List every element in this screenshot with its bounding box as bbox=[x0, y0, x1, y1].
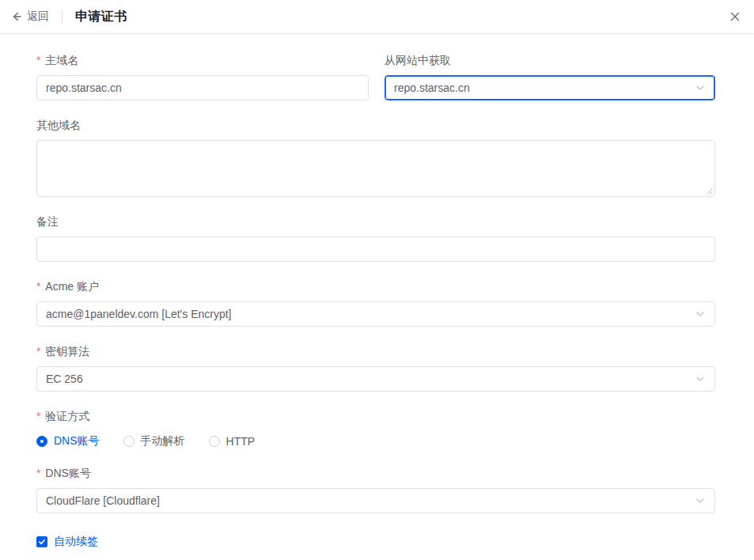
form-item-dns-account: DNS账号 CloudFlare [Cloudflare] bbox=[36, 465, 715, 513]
chevron-down-icon bbox=[695, 373, 706, 384]
chevron-down-icon bbox=[695, 82, 706, 93]
arrow-left-icon bbox=[9, 10, 22, 23]
primary-domain-input[interactable]: repo.starsac.cn bbox=[36, 75, 369, 100]
radio-icon bbox=[209, 436, 220, 447]
radio-http[interactable]: HTTP bbox=[209, 435, 256, 448]
form-item-remark: 备注 bbox=[36, 214, 715, 262]
page-title: 申请证书 bbox=[75, 9, 127, 25]
acme-account-label: Acme 账户 bbox=[36, 278, 715, 294]
acme-account-value: acme@1paneldev.com [Let's Encrypt] bbox=[46, 302, 232, 326]
dns-account-label: DNS账号 bbox=[36, 465, 715, 481]
key-algorithm-label: 密钥算法 bbox=[36, 343, 715, 359]
radio-dns-account[interactable]: DNS账号 bbox=[36, 434, 100, 448]
radio-icon bbox=[123, 436, 135, 447]
acme-account-select[interactable]: acme@1paneldev.com [Let's Encrypt] bbox=[36, 301, 715, 327]
radio-manual-resolve[interactable]: 手动解析 bbox=[123, 434, 185, 448]
other-domains-textarea[interactable] bbox=[36, 140, 715, 197]
verify-mode-label: 验证方式 bbox=[36, 408, 715, 424]
check-icon bbox=[36, 536, 47, 547]
form-item-primary-domain: 主域名 repo.starsac.cn bbox=[36, 52, 369, 100]
verify-mode-radio-group: DNS账号 手动解析 HTTP bbox=[36, 434, 715, 448]
form-row-domain: 主域名 repo.starsac.cn 从网站中获取 repo.starsac.… bbox=[36, 52, 715, 100]
primary-domain-label: 主域名 bbox=[36, 52, 369, 68]
form-item-verify-mode: 验证方式 DNS账号 手动解析 HTTP bbox=[36, 408, 715, 448]
chevron-down-icon bbox=[695, 495, 706, 506]
remark-input[interactable] bbox=[36, 236, 715, 262]
header-divider bbox=[62, 10, 63, 23]
primary-domain-value: repo.starsac.cn bbox=[46, 76, 122, 100]
form-item-key-algorithm: 密钥算法 EC 256 bbox=[36, 343, 715, 392]
auto-renew-label: 自动续签 bbox=[54, 535, 98, 549]
key-algorithm-select[interactable]: EC 256 bbox=[36, 366, 715, 392]
radio-label: HTTP bbox=[226, 435, 256, 448]
remark-label: 备注 bbox=[36, 214, 715, 229]
from-website-label: 从网站中获取 bbox=[385, 52, 715, 68]
dns-account-value: CloudFlare [Cloudflare] bbox=[46, 489, 160, 513]
close-icon[interactable] bbox=[729, 10, 741, 23]
key-algorithm-value: EC 256 bbox=[46, 367, 83, 391]
from-website-value: repo.starsac.cn bbox=[394, 76, 470, 100]
other-domains-label: 其他域名 bbox=[36, 117, 715, 133]
back-button[interactable]: 返回 bbox=[9, 9, 49, 24]
form-item-acme-account: Acme 账户 acme@1paneldev.com [Let's Encryp… bbox=[36, 278, 715, 327]
resize-corner-icon[interactable] bbox=[705, 187, 713, 195]
dialog-header: 返回 申请证书 bbox=[0, 0, 754, 34]
radio-label: DNS账号 bbox=[54, 434, 100, 448]
auto-renew-checkbox[interactable]: 自动续签 bbox=[36, 535, 715, 549]
from-website-select[interactable]: repo.starsac.cn bbox=[385, 75, 715, 100]
back-label: 返回 bbox=[27, 9, 49, 24]
radio-label: 手动解析 bbox=[141, 434, 185, 448]
dns-account-select[interactable]: CloudFlare [Cloudflare] bbox=[36, 488, 715, 513]
form-item-other-domains: 其他域名 bbox=[36, 117, 715, 197]
radio-icon bbox=[36, 436, 47, 447]
apply-certificate-form: 主域名 repo.starsac.cn 从网站中获取 repo.starsac.… bbox=[0, 34, 754, 549]
chevron-down-icon bbox=[695, 308, 706, 320]
form-item-from-website: 从网站中获取 repo.starsac.cn bbox=[385, 52, 715, 100]
